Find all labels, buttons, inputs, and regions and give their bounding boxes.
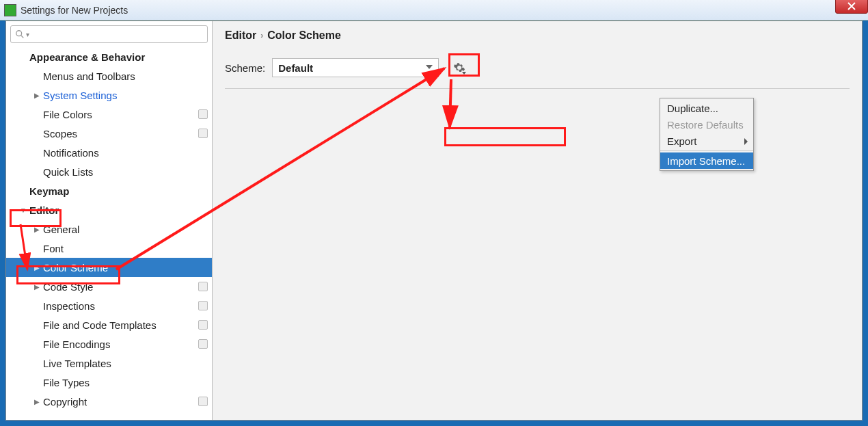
- tree-item-label: Editor: [29, 204, 208, 216]
- tree-item-label: Scopes: [43, 128, 195, 139]
- tree-item-label: File Colors: [43, 109, 195, 120]
- tree-arrow-icon: ▶: [32, 283, 42, 291]
- scheme-value: Default: [278, 62, 313, 74]
- tree-item-label: Menus and Toolbars: [43, 70, 208, 82]
- tree-item[interactable]: ▶Code Style: [6, 277, 212, 296]
- app-icon: [4, 4, 16, 16]
- tree-item-label: Quick Lists: [43, 166, 208, 178]
- settings-detail-panel: Editor › Color Scheme Scheme: Default Du…: [213, 21, 862, 420]
- menu-export[interactable]: Export: [660, 133, 753, 149]
- close-button[interactable]: [835, 0, 868, 14]
- project-badge-icon: [198, 129, 208, 138]
- tree-item[interactable]: Quick Lists: [6, 162, 212, 181]
- settings-tree-panel: ▾ Appearance & BehaviorMenus and Toolbar…: [6, 21, 213, 420]
- tree-item-label: Code Style: [43, 281, 195, 293]
- tree-item[interactable]: File and Code Templates: [6, 315, 212, 334]
- tree-item[interactable]: ▶Color Scheme: [6, 258, 212, 277]
- settings-tree[interactable]: Appearance & BehaviorMenus and Toolbars▶…: [6, 47, 212, 420]
- tree-item-label: File Types: [43, 377, 208, 388]
- tree-item[interactable]: ▶Copyright: [6, 392, 212, 411]
- tree-item[interactable]: File Encodings: [6, 334, 212, 354]
- titlebar: Settings for New Projects: [0, 0, 868, 21]
- window-title: Settings for New Projects: [21, 5, 128, 16]
- scheme-actions-menu: Duplicate... Restore Defaults Export Imp…: [660, 98, 754, 171]
- tree-item-label: Color Scheme: [43, 262, 208, 274]
- search-icon: [15, 29, 25, 39]
- tree-item[interactable]: Font: [6, 239, 212, 258]
- chevron-down-icon: ▾: [26, 31, 29, 38]
- breadcrumb-parent[interactable]: Editor: [225, 29, 256, 42]
- tree-item[interactable]: ▼Editor: [6, 200, 212, 219]
- tree-item-label: Live Templates: [43, 358, 208, 369]
- tree-arrow-icon: ▼: [18, 207, 28, 214]
- menu-separator: [660, 150, 753, 151]
- tree-item[interactable]: File Colors: [6, 105, 212, 124]
- scheme-label: Scheme:: [225, 62, 265, 74]
- tree-item-label: File Encodings: [43, 338, 195, 350]
- chevron-down-icon: [426, 65, 433, 69]
- tree-arrow-icon: ▶: [32, 264, 42, 271]
- dropdown-arrow-icon: [462, 72, 466, 75]
- project-badge-icon: [198, 282, 208, 291]
- breadcrumb-current: Color Scheme: [267, 29, 341, 42]
- tree-item[interactable]: File Types: [6, 373, 212, 392]
- tree-item-label: Copyright: [43, 396, 195, 408]
- tree-arrow-icon: ▶: [32, 226, 42, 233]
- project-badge-icon: [198, 301, 208, 310]
- tree-item[interactable]: Inspections: [6, 296, 212, 315]
- tree-item-label: System Settings: [43, 90, 208, 101]
- tree-item[interactable]: ▶System Settings: [6, 85, 212, 105]
- tree-item[interactable]: Live Templates: [6, 354, 212, 373]
- tree-item-label: Keymap: [29, 185, 208, 197]
- project-badge-icon: [198, 397, 208, 406]
- scheme-actions-button[interactable]: [450, 58, 469, 77]
- tree-arrow-icon: ▶: [32, 398, 42, 405]
- search-input-wrap[interactable]: ▾: [10, 25, 208, 43]
- project-badge-icon: [198, 320, 208, 330]
- svg-point-0: [16, 31, 22, 36]
- tree-item-label: File and Code Templates: [43, 319, 195, 331]
- tree-item[interactable]: Notifications: [6, 143, 212, 162]
- close-icon: [847, 2, 856, 10]
- tree-item[interactable]: Appearance & Behavior: [6, 47, 212, 66]
- tree-item[interactable]: Scopes: [6, 124, 212, 143]
- tree-item-label: Font: [43, 243, 208, 254]
- tree-item-label: Appearance & Behavior: [29, 51, 208, 63]
- scheme-dropdown[interactable]: Default: [272, 58, 439, 77]
- search-input[interactable]: [32, 29, 207, 40]
- tree-item[interactable]: Menus and Toolbars: [6, 66, 212, 85]
- tree-item[interactable]: Keymap: [6, 181, 212, 200]
- divider: [225, 88, 850, 89]
- svg-line-1: [21, 36, 24, 38]
- project-badge-icon: [198, 109, 208, 119]
- breadcrumb-separator-icon: ›: [260, 31, 263, 40]
- menu-duplicate[interactable]: Duplicate...: [660, 100, 753, 116]
- project-badge-icon: [198, 339, 208, 349]
- tree-item-label: Notifications: [43, 147, 208, 159]
- tree-item[interactable]: ▶General: [6, 219, 212, 239]
- tree-arrow-icon: ▶: [32, 92, 42, 99]
- breadcrumb: Editor › Color Scheme: [225, 29, 850, 42]
- menu-restore-defaults: Restore Defaults: [660, 116, 753, 133]
- chevron-right-icon: [744, 138, 748, 145]
- tree-item-label: Inspections: [43, 300, 195, 312]
- tree-item-label: General: [43, 224, 208, 235]
- menu-import-scheme[interactable]: Import Scheme...: [660, 152, 753, 169]
